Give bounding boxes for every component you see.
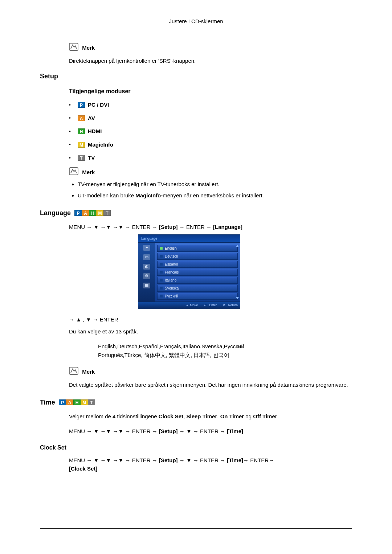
language-heading-row: Language PAHMT <box>40 208 352 218</box>
chip-h-icon: H <box>89 210 96 216</box>
bracket-time: [Time] <box>227 428 243 434</box>
osd-side-icon: ▦ <box>143 283 150 288</box>
chip-m-icon: M <box>96 210 103 216</box>
osd-side-icon: ◐ <box>143 264 150 270</box>
chip-t-icon: T <box>78 155 85 161</box>
setup-note-list: TV-menyen er tilgjengelig når en TV-tune… <box>69 180 352 200</box>
mode-item-av: A AV <box>69 114 352 123</box>
check-icon <box>160 255 163 258</box>
bracket-setup: [Setup] <box>159 428 178 434</box>
footer-rule <box>40 528 352 529</box>
content-area: Merk Direkteknappen på fjernkontrollen e… <box>40 43 352 473</box>
check-icon <box>160 263 163 266</box>
bracket-setup: [Setup] <box>159 224 178 230</box>
language-list-line: English,Deutsch,Español,Français,Italian… <box>98 342 352 351</box>
osd-option: Español <box>157 261 238 268</box>
clock-set-heading: Clock Set <box>40 443 352 452</box>
osd-hint-enter: ↵ Enter <box>203 303 217 308</box>
note-row: Merk <box>69 167 352 178</box>
chip-p-icon: P <box>78 102 85 108</box>
osd-footer: ♦ Move ↵ Enter ↺ Return <box>138 302 240 309</box>
language-nav-path2: → ▲ , ▼ → ENTER <box>69 316 352 324</box>
time-nav-path: MENU → ▼ →▼ →▼ → ENTER → [Setup] → ▼ → E… <box>69 427 352 436</box>
check-icon <box>160 279 163 282</box>
chip-m-icon: M <box>81 399 88 405</box>
osd-side-icon: ✦ <box>143 245 150 251</box>
check-icon <box>160 287 163 290</box>
mode-item-magicinfo: M MagicInfo <box>69 141 352 149</box>
note-label: Merk <box>82 45 95 51</box>
note-icon <box>69 367 78 377</box>
srs-note-text: Direkteknappen på fjernkontrollen er 'SR… <box>69 57 352 65</box>
osd-option-selected: English <box>157 245 238 252</box>
note-icon <box>69 167 78 178</box>
language-heading: Language <box>40 208 71 218</box>
setup-note-item: TV-menyen er tilgjengelig når en TV-tune… <box>78 180 352 189</box>
osd-body: ✦ ▭ ◐ ⚙ ▦ English Deutsch Español França… <box>138 242 240 302</box>
mode-label: TV <box>88 154 95 162</box>
scroll-up-icon <box>236 245 239 247</box>
osd-option: Svenska <box>157 285 238 292</box>
time-heading-row: Time PAHMT <box>40 398 352 407</box>
bracket-time: [Time] <box>227 457 243 463</box>
osd-option: Italiano <box>157 277 238 284</box>
time-intro: Velger mellom de 4 tidsinnstillingene Cl… <box>69 413 352 421</box>
mode-label: PC / DVI <box>88 101 109 109</box>
mode-item-tv: T TV <box>69 154 352 162</box>
mode-label: AV <box>88 114 95 123</box>
osd-option: Français <box>157 269 238 276</box>
osd-scrollbar <box>236 245 239 299</box>
setup-heading: Setup <box>40 71 352 81</box>
scroll-down-icon <box>236 297 239 299</box>
note-row: Merk <box>69 43 352 53</box>
osd-side-icon: ⚙ <box>143 273 150 279</box>
osd-header: Language <box>138 234 240 242</box>
osd-sidebar: ✦ ▭ ◐ ⚙ ▦ <box>138 243 155 301</box>
mode-label: MagicInfo <box>88 141 113 149</box>
language-nav-path: MENU → ▼ →▼ →▼ → ENTER → [Setup] → ENTER… <box>69 223 352 231</box>
bracket-language: [Language] <box>213 224 242 230</box>
chip-m-icon: M <box>78 142 85 148</box>
document-page: Justere LCD-skjermen Merk Direkteknappen… <box>0 0 392 554</box>
note-row: Merk <box>69 367 352 377</box>
check-icon <box>160 295 163 297</box>
chip-h-icon: H <box>73 399 81 405</box>
note-label: Merk <box>82 369 95 375</box>
time-heading: Time <box>40 398 55 407</box>
chip-a-icon: A <box>78 115 85 121</box>
setup-note-item: UT-modellen kan bruke MagicInfo-menyen n… <box>78 192 352 200</box>
language-choose-text: Du kan velge et av 13 språk. <box>69 328 352 336</box>
chip-p-icon: P <box>59 399 66 405</box>
chip-h-icon: H <box>78 128 85 134</box>
chip-a-icon: A <box>66 399 73 405</box>
osd-language-screenshot: Language ✦ ▭ ◐ ⚙ ▦ English Deutsch Españ… <box>138 234 240 309</box>
heading-chip-row: PAHMT <box>59 398 95 407</box>
osd-option: Русский <box>157 293 238 300</box>
osd-option: Deutsch <box>157 253 238 260</box>
chip-p-icon: P <box>74 210 82 216</box>
mode-label: HDMI <box>88 127 102 136</box>
language-list: English,Deutsch,Español,Français,Italian… <box>98 342 352 360</box>
clockset-nav-path: MENU → ▼ →▼ →▼ → ENTER → [Setup] → ▼ → E… <box>69 456 352 473</box>
osd-side-icon: ▭ <box>143 254 150 260</box>
bold-magicinfo: MagicInfo <box>135 192 161 198</box>
modes-heading: Tilgjengelige moduser <box>69 87 352 96</box>
osd-main: English Deutsch Español Français Italian… <box>155 243 240 301</box>
chip-t-icon: T <box>103 210 111 216</box>
mode-item-pc: P PC / DVI <box>69 101 352 109</box>
bracket-setup: [Setup] <box>159 457 178 463</box>
chip-t-icon: T <box>88 399 95 405</box>
mode-item-hdmi: H HDMI <box>69 127 352 136</box>
page-header-title: Justere LCD-skjermen <box>40 18 352 28</box>
bracket-clockset: [Clock Set] <box>69 465 97 472</box>
osd-hint-return: ↺ Return <box>222 303 238 308</box>
chip-a-icon: A <box>82 210 89 216</box>
mode-list: P PC / DVI A AV H HDMI M MagicInfo T TV <box>69 101 352 162</box>
heading-chip-row: PAHMT <box>74 209 111 217</box>
note-icon <box>69 43 78 53</box>
note-label: Merk <box>82 169 95 175</box>
osd-hint-move: ♦ Move <box>185 303 198 308</box>
check-icon <box>160 247 163 250</box>
language-list-line: Português,Türkçe, 简体中文, 繁體中文, 日本語, 한국어 <box>98 351 352 360</box>
check-icon <box>160 271 163 274</box>
